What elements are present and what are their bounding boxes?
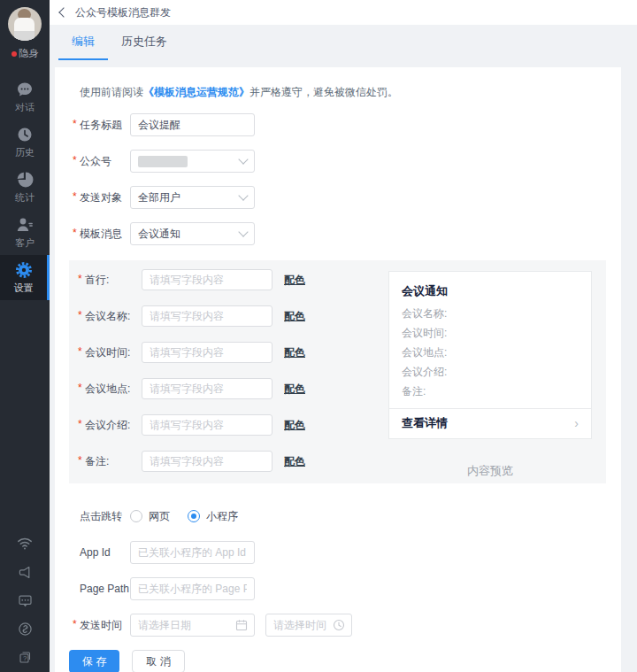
page-path-input[interactable] <box>130 577 255 600</box>
field-label: *备注: <box>78 454 142 469</box>
required-marker: * <box>73 618 77 630</box>
selected-value: 会议通知 <box>138 227 180 242</box>
field-row-first-line: *首行: 配色 <box>78 269 388 290</box>
spec-link[interactable]: 《模板消息运营规范》 <box>143 86 249 98</box>
label-text: 发送对象 <box>80 191 122 204</box>
field-input[interactable] <box>142 378 272 399</box>
chevron-down-icon <box>238 154 248 164</box>
audience-select[interactable]: 全部用户 <box>130 186 255 209</box>
notice-prefix: 使用前请阅读 <box>80 86 143 98</box>
page-title: 公众号模板消息群发 <box>75 5 171 20</box>
field-row-meeting-place: *会议地点: 配色 <box>78 378 388 399</box>
page-path-row: Page Path <box>80 577 621 600</box>
app-id-input[interactable] <box>130 541 255 564</box>
field-label: *会议时间: <box>78 345 142 360</box>
field-row-meeting-time: *会议时间: 配色 <box>78 342 388 363</box>
color-scheme-link[interactable]: 配色 <box>284 273 305 288</box>
field-label: *首行: <box>78 273 142 288</box>
radio-web[interactable] <box>130 510 142 522</box>
history-clock-icon <box>16 126 34 143</box>
preview-line: 会议地点: <box>402 343 579 362</box>
sidebar-item-label: 统计 <box>15 191 35 205</box>
page-header: 公众号模板消息群发 <box>50 0 637 25</box>
settings-gear-icon <box>15 261 33 279</box>
field-input[interactable] <box>142 451 272 472</box>
chat-icon <box>16 81 34 98</box>
sidebar-item-history[interactable]: 历史 <box>0 120 50 165</box>
chevron-down-icon <box>238 190 248 200</box>
account-label: *公众号 <box>80 154 130 169</box>
cancel-button[interactable]: 取 消 <box>132 650 184 672</box>
tab-history-tasks[interactable]: 历史任务 <box>108 25 180 60</box>
sidebar-item-customers[interactable]: 客户 <box>0 210 50 255</box>
label-text: 会议介绍: <box>85 419 130 431</box>
jump-target-row: 点击跳转 网页 小程序 <box>80 505 621 528</box>
sidebar-menu: 对话 历史 统计 客户 <box>0 74 50 300</box>
field-input[interactable] <box>142 342 272 363</box>
preview-line: 会议介绍: <box>402 362 579 382</box>
user-status[interactable]: 隐身 <box>12 47 39 60</box>
label-text: 模板消息 <box>80 228 122 240</box>
message-icon[interactable] <box>18 593 33 608</box>
label-text: Page Path <box>80 583 129 595</box>
required-marker: * <box>78 345 82 358</box>
radio-miniprogram-label[interactable]: 小程序 <box>206 509 238 524</box>
label-text: 发送时间 <box>80 619 122 631</box>
time-input[interactable] <box>265 614 352 637</box>
date-input[interactable] <box>130 614 255 637</box>
required-marker: * <box>78 273 82 285</box>
sidebar-item-chat[interactable]: 对话 <box>0 74 50 120</box>
radio-web-label[interactable]: 网页 <box>149 509 170 524</box>
help-icon[interactable]: ? <box>18 650 33 665</box>
label-text: 会议地点: <box>85 382 130 395</box>
megaphone-icon[interactable] <box>18 565 33 580</box>
field-input[interactable] <box>142 414 272 436</box>
tab-edit[interactable]: 编辑 <box>58 25 108 60</box>
color-scheme-link[interactable]: 配色 <box>284 309 305 324</box>
link-icon[interactable] <box>18 622 33 637</box>
required-marker: * <box>73 190 77 203</box>
jump-label: 点击跳转 <box>80 509 130 524</box>
template-label: *模板消息 <box>80 227 130 242</box>
color-scheme-link[interactable]: 配色 <box>284 454 305 469</box>
save-button[interactable]: 保 存 <box>69 650 119 672</box>
color-scheme-link[interactable]: 配色 <box>284 345 305 360</box>
sidebar-item-stats[interactable]: 统计 <box>0 165 50 210</box>
preview-line: 会议名称: <box>402 304 579 323</box>
sidebar-item-settings[interactable]: 设置 <box>0 255 50 300</box>
preview-detail-label: 查看详情 <box>402 415 448 431</box>
svg-text:?: ? <box>22 654 27 662</box>
field-input[interactable] <box>142 305 272 327</box>
wifi-icon[interactable] <box>17 536 33 552</box>
selected-value: 全部用户 <box>138 190 180 205</box>
field-input[interactable] <box>142 269 272 290</box>
avatar[interactable] <box>8 7 42 41</box>
chevron-down-icon <box>238 227 248 236</box>
customer-icon <box>16 216 34 234</box>
template-select[interactable]: 会议通知 <box>130 222 255 245</box>
audience-label: *发送对象 <box>80 190 130 205</box>
avatar-shade <box>14 31 35 41</box>
required-marker: * <box>73 227 77 239</box>
audience-row: *发送对象 全部用户 <box>80 186 621 209</box>
template-row: *模板消息 会议通知 <box>80 222 621 245</box>
usage-notice: 使用前请阅读《模板消息运营规范》并严格遵守，避免被微信处罚。 <box>80 85 621 100</box>
required-marker: * <box>78 454 82 467</box>
radio-miniprogram[interactable] <box>188 510 200 522</box>
required-marker: * <box>78 382 82 394</box>
label-text: 会议名称: <box>85 310 130 322</box>
send-time-label: *发送时间 <box>80 618 130 633</box>
back-icon[interactable] <box>58 7 68 17</box>
chevron-right-icon: › <box>574 416 579 430</box>
color-scheme-link[interactable]: 配色 <box>284 418 305 433</box>
account-select[interactable] <box>130 150 255 173</box>
label-text: 备注: <box>85 455 109 467</box>
label-text: 公众号 <box>80 155 111 167</box>
required-marker: * <box>78 418 82 430</box>
label-text: App Id <box>80 546 111 559</box>
preview-title: 会议通知 <box>402 283 579 299</box>
color-scheme-link[interactable]: 配色 <box>284 382 305 397</box>
sidebar-item-label: 设置 <box>14 282 34 295</box>
task-title-input[interactable] <box>130 113 255 136</box>
preview-line: 备注: <box>402 382 579 401</box>
